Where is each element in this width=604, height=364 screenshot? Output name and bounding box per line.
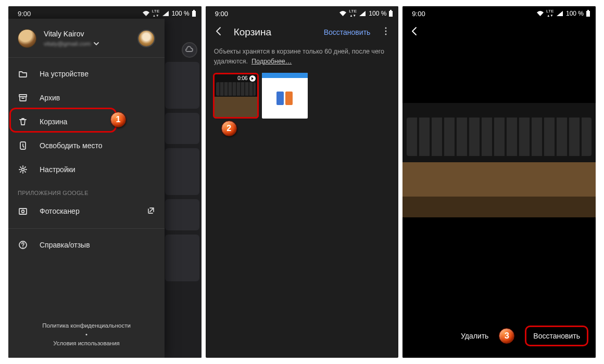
trash-grid: 0:06 2 bbox=[206, 73, 399, 119]
menu-photoscan[interactable]: Фотосканер bbox=[8, 199, 165, 223]
svg-point-12 bbox=[385, 34, 387, 35]
signal-icon bbox=[162, 10, 169, 17]
svg-point-11 bbox=[385, 31, 387, 32]
trash-info: Объекты хранятся в корзине только 60 дне… bbox=[206, 45, 399, 73]
trash-item-screenshot[interactable] bbox=[262, 73, 308, 119]
learn-more-link[interactable]: Подробнее… bbox=[251, 58, 292, 65]
menu-label: Архив bbox=[40, 94, 60, 102]
status-time: 9:00 bbox=[412, 10, 425, 18]
battery-icon bbox=[586, 10, 590, 17]
photoscan-icon bbox=[18, 206, 28, 216]
avatar bbox=[18, 29, 36, 48]
menu-label: На устройстве bbox=[40, 70, 89, 78]
archive-icon bbox=[18, 93, 28, 103]
restore-button[interactable]: Восстановить bbox=[525, 326, 588, 346]
app-bar: Корзина Восстановить bbox=[206, 19, 399, 45]
status-time: 9:00 bbox=[18, 10, 31, 18]
svg-rect-14 bbox=[587, 10, 589, 11]
profile-email: vitaly@gmail.com bbox=[44, 41, 91, 47]
svg-rect-9 bbox=[390, 10, 392, 11]
svg-point-4 bbox=[22, 168, 24, 171]
drawer-menu: На устройстве Архив Корзина 1 Освободить… bbox=[8, 62, 165, 257]
svg-rect-2 bbox=[19, 95, 27, 97]
page-title: Корзина bbox=[234, 27, 271, 38]
gear-icon bbox=[18, 164, 28, 175]
divider bbox=[8, 57, 165, 58]
wifi-icon bbox=[142, 10, 150, 17]
trash-item-video[interactable]: 0:06 bbox=[213, 73, 259, 119]
video-duration-badge: 0:06 bbox=[237, 75, 255, 82]
menu-help[interactable]: Справка/отзыв bbox=[8, 233, 165, 257]
menu-on-device[interactable]: На устройстве bbox=[8, 62, 165, 86]
back-button[interactable] bbox=[214, 26, 224, 38]
status-time: 9:00 bbox=[215, 10, 228, 18]
help-icon bbox=[18, 240, 28, 250]
background-content bbox=[163, 19, 202, 358]
drawer-footer: Политика конфиденциальности • Условия ис… bbox=[8, 322, 165, 358]
battery-icon bbox=[192, 10, 196, 17]
trash-icon bbox=[18, 116, 28, 127]
battery-label: 100 % bbox=[566, 10, 584, 17]
signal-icon bbox=[556, 10, 563, 17]
svg-point-6 bbox=[22, 210, 24, 213]
menu-free-space[interactable]: Освободить место bbox=[8, 134, 165, 158]
folder-icon bbox=[18, 69, 28, 79]
battery-label: 100 % bbox=[172, 10, 190, 17]
status-bar: 9:00 LTE▲▼ 100 % bbox=[206, 6, 399, 19]
status-icons: LTE▲▼ 100 % bbox=[536, 9, 590, 18]
status-icons: LTE▲▼ 100 % bbox=[339, 9, 393, 18]
screen-preview: 9:00 LTE▲▼ 100 % Удалить 3 Восстановить bbox=[402, 6, 596, 358]
account-header[interactable]: Vitaly Kairov vitaly@gmail.com bbox=[8, 24, 165, 56]
menu-trash[interactable]: Корзина bbox=[8, 110, 165, 134]
step-marker-1: 1 bbox=[110, 112, 126, 127]
menu-archive[interactable]: Архив bbox=[8, 86, 165, 110]
section-google-apps: ПРИЛОЖЕНИЯ GOOGLE bbox=[8, 181, 165, 199]
back-button[interactable] bbox=[410, 26, 420, 38]
svg-rect-8 bbox=[389, 11, 393, 17]
status-bar: 9:00 LTE▲▼ 100 % bbox=[402, 6, 596, 19]
divider bbox=[8, 228, 165, 229]
external-link-icon bbox=[147, 206, 155, 216]
svg-point-10 bbox=[385, 28, 387, 29]
media-preview: Удалить 3 Восстановить bbox=[402, 19, 596, 358]
more-menu-icon[interactable] bbox=[380, 27, 392, 38]
status-icons: LTE▲▼ 100 % bbox=[142, 9, 196, 18]
signal-icon bbox=[359, 10, 366, 17]
free-space-icon bbox=[18, 140, 28, 151]
privacy-link[interactable]: Политика конфиденциальности bbox=[8, 322, 165, 329]
delete-button[interactable]: Удалить bbox=[461, 332, 488, 340]
restore-action[interactable]: Восстановить bbox=[324, 28, 371, 36]
navigation-drawer: Vitaly Kairov vitaly@gmail.com На устрой… bbox=[8, 19, 165, 358]
screen-drawer: 9:00 LTE▲▼ 100 % Vitaly Kairov vitaly@gm… bbox=[8, 6, 202, 358]
svg-rect-0 bbox=[192, 11, 196, 17]
battery-label: 100 % bbox=[369, 10, 386, 17]
wifi-icon bbox=[536, 10, 544, 17]
play-icon bbox=[249, 75, 256, 82]
screen-trash: 9:00 LTE▲▼ 100 % Корзина Восстановить Об… bbox=[206, 6, 399, 358]
preview-image[interactable] bbox=[402, 103, 596, 217]
svg-rect-5 bbox=[19, 209, 27, 214]
menu-label: Фотосканер bbox=[40, 207, 80, 215]
network-label: LTE▲▼ bbox=[546, 9, 554, 18]
wifi-icon bbox=[339, 10, 347, 17]
preview-action-bar: Удалить 3 Восстановить bbox=[402, 317, 596, 358]
chevron-down-icon[interactable] bbox=[94, 40, 99, 48]
status-bar: 9:00 LTE▲▼ 100 % bbox=[8, 6, 202, 19]
menu-label: Справка/отзыв bbox=[40, 241, 90, 249]
cloud-icon bbox=[182, 42, 197, 58]
menu-label: Настройки bbox=[40, 165, 76, 174]
step-marker-2: 2 bbox=[221, 121, 237, 136]
svg-rect-1 bbox=[193, 10, 195, 11]
secondary-avatar[interactable] bbox=[137, 30, 155, 47]
profile-name: Vitaly Kairov bbox=[44, 30, 99, 38]
terms-link[interactable]: Условия использования bbox=[8, 340, 165, 346]
menu-label: Освободить место bbox=[40, 141, 103, 150]
menu-label: Корзина bbox=[40, 118, 67, 126]
battery-icon bbox=[388, 10, 393, 17]
menu-settings[interactable]: Настройки bbox=[8, 158, 165, 181]
network-label: LTE▲▼ bbox=[152, 9, 160, 18]
step-marker-3: 3 bbox=[499, 328, 514, 344]
network-label: LTE▲▼ bbox=[349, 9, 357, 18]
svg-rect-13 bbox=[586, 11, 590, 17]
